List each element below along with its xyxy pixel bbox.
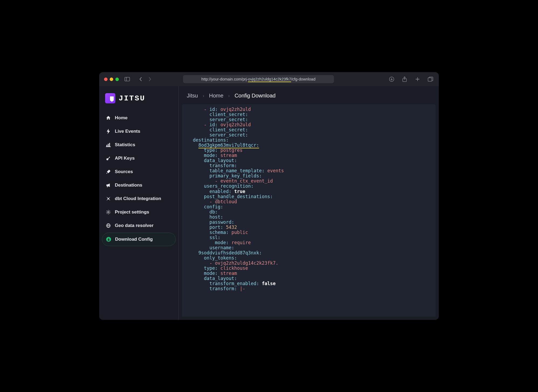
address-bar[interactable]: http://your-domain.com/prj-ovjq2zh2uldg1… bbox=[183, 75, 334, 83]
sidebar-item-api-keys[interactable]: API Keys bbox=[102, 152, 176, 165]
main-content: Jitsu › Home › Config Download - id: ovj… bbox=[179, 86, 439, 320]
share-icon[interactable] bbox=[401, 76, 408, 82]
back-button[interactable] bbox=[137, 76, 144, 82]
megaphone-icon bbox=[106, 183, 111, 188]
breadcrumb-current: Config Download bbox=[234, 93, 275, 99]
home-icon bbox=[106, 115, 111, 121]
download-icon bbox=[106, 237, 111, 242]
titlebar: http://your-domain.com/prj-ovjq2zh2uldg1… bbox=[99, 72, 439, 86]
sidebar-item-label: Live Events bbox=[115, 129, 140, 134]
chart-icon bbox=[106, 142, 111, 148]
browser-window: http://your-domain.com/prj-ovjq2zh2uldg1… bbox=[99, 72, 439, 320]
sidebar-item-label: API Keys bbox=[115, 156, 135, 161]
sidebar-item-live-events[interactable]: Live Events bbox=[102, 125, 176, 138]
sidebar-item-home[interactable]: Home bbox=[102, 111, 176, 124]
sidebar-item-sources[interactable]: Sources bbox=[102, 165, 176, 178]
svg-rect-10 bbox=[106, 145, 107, 146]
sidebar-item-label: dbt Cloud Integration bbox=[115, 196, 161, 201]
sidebar-item-download-config[interactable]: Download Config bbox=[102, 233, 176, 246]
svg-rect-8 bbox=[428, 78, 432, 81]
logo-mark-icon bbox=[105, 93, 115, 103]
yaml-code-block[interactable]: - id: ovjq2zh2uld client_secret: server_… bbox=[182, 104, 436, 317]
logo[interactable]: JITSU bbox=[99, 91, 178, 110]
sidebar-item-label: Sources bbox=[115, 169, 133, 174]
tabs-icon[interactable] bbox=[427, 76, 434, 82]
logo-text: JITSU bbox=[119, 94, 145, 103]
rocket-icon bbox=[106, 169, 111, 174]
sidebar-item-label: Project settings bbox=[115, 209, 149, 215]
sidebar-item-label: Destinations bbox=[115, 183, 142, 188]
svg-rect-12 bbox=[109, 143, 110, 146]
sidebar-toggle-icon[interactable] bbox=[124, 76, 131, 82]
key-icon bbox=[106, 156, 111, 161]
downloads-icon[interactable] bbox=[388, 76, 395, 82]
svg-rect-9 bbox=[106, 146, 111, 147]
sidebar-item-label: Statistics bbox=[115, 142, 135, 148]
url-text: http://your-domain.com/prj-ovjq2zh2uldg1… bbox=[201, 77, 315, 81]
svg-rect-14 bbox=[108, 157, 110, 159]
sidebar-item-project-settings[interactable]: Project settings bbox=[102, 206, 176, 219]
forward-button[interactable] bbox=[146, 76, 153, 82]
chevron-right-icon: › bbox=[203, 93, 204, 98]
svg-point-16 bbox=[108, 211, 109, 213]
sidebar-item-dbt-cloud-integration[interactable]: dbt Cloud Integration bbox=[102, 192, 176, 205]
minimize-window-button[interactable] bbox=[110, 78, 113, 81]
breadcrumb-item[interactable]: Jitsu bbox=[187, 93, 198, 99]
sidebar-item-label: Geo data resolver bbox=[115, 223, 154, 228]
chevron-right-icon: › bbox=[228, 93, 230, 98]
close-window-button[interactable] bbox=[104, 78, 108, 81]
bolt-icon bbox=[106, 129, 111, 134]
breadcrumb-item[interactable]: Home bbox=[209, 93, 223, 99]
maximize-window-button[interactable] bbox=[115, 78, 119, 81]
dbt-icon bbox=[106, 196, 111, 201]
breadcrumb: Jitsu › Home › Config Download bbox=[179, 86, 439, 104]
sidebar-item-statistics[interactable]: Statistics bbox=[102, 138, 176, 151]
window-controls bbox=[104, 78, 119, 81]
svg-rect-0 bbox=[125, 77, 130, 81]
sidebar: JITSU HomeLive EventsStatisticsAPI KeysS… bbox=[99, 86, 179, 320]
sidebar-item-label: Download Config bbox=[115, 237, 153, 242]
sidebar-item-destinations[interactable]: Destinations bbox=[102, 179, 176, 192]
new-tab-icon[interactable] bbox=[414, 76, 421, 82]
sidebar-item-label: Home bbox=[115, 115, 127, 121]
globe-icon bbox=[106, 223, 111, 228]
svg-rect-11 bbox=[108, 144, 109, 146]
gear-icon bbox=[106, 209, 111, 215]
sidebar-item-geo-data-resolver[interactable]: Geo data resolver bbox=[102, 219, 176, 232]
